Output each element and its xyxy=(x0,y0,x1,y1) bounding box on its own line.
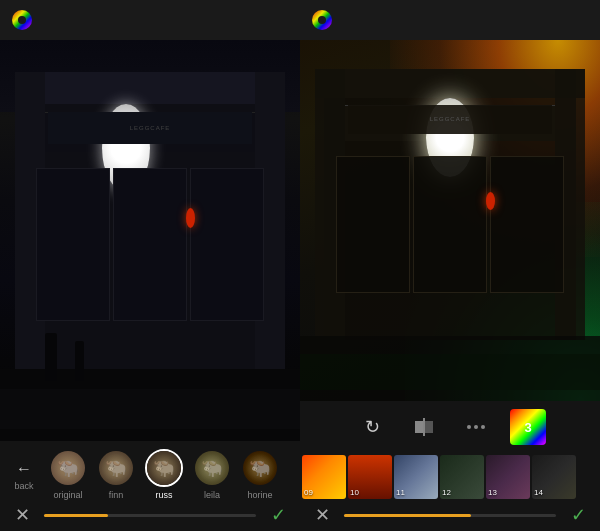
filter-11[interactable]: 11 xyxy=(394,455,438,499)
filter-10[interactable]: 10 xyxy=(348,455,392,499)
filter-13[interactable]: 13 xyxy=(486,455,530,499)
filter-thumb-leila: 🐃 xyxy=(193,449,231,487)
filter-item-original[interactable]: 🐃 original xyxy=(46,449,90,500)
left-image-area: LEGGCAFE xyxy=(0,40,300,441)
left-check-button[interactable]: ✓ xyxy=(266,503,290,527)
left-panel: LEGGCAFE ← back xyxy=(0,0,300,531)
filter-thumb-russ: 🐃 xyxy=(145,449,183,487)
filter-label-leila: leila xyxy=(204,490,220,500)
filter-row: ← back 🐃 original 🐃 finn 🐃 xyxy=(0,449,300,500)
filter-thumb-finn: 🐃 xyxy=(97,449,135,487)
left-bottom-toolbar: ← back 🐃 original 🐃 finn 🐃 xyxy=(0,441,300,531)
filter-item-russ[interactable]: 🐃 russ xyxy=(142,449,186,500)
left-progress-fill xyxy=(44,514,108,517)
filter-12[interactable]: 12 xyxy=(440,455,484,499)
left-progress-bar xyxy=(44,514,256,517)
right-image-area: LEGGCAFE xyxy=(300,40,600,401)
left-top-bar xyxy=(0,0,300,40)
filter-label-original: original xyxy=(53,490,82,500)
filter-thumb-original: 🐃 xyxy=(49,449,87,487)
filter-num-10: 10 xyxy=(350,488,359,497)
svg-point-9 xyxy=(481,425,485,429)
filter-label-horine: horine xyxy=(247,490,272,500)
color-wheel-icon-left xyxy=(10,8,34,32)
filter-label-russ: russ xyxy=(155,490,172,500)
right-progress-fill xyxy=(344,514,471,517)
dots-tool-button[interactable] xyxy=(458,409,494,445)
right-progress-bar xyxy=(344,514,556,517)
filter-item-finn[interactable]: 🐃 finn xyxy=(94,449,138,500)
dots-icon xyxy=(465,416,487,438)
flip-tool-button[interactable] xyxy=(406,409,442,445)
color-number-tool-button[interactable]: 3 xyxy=(510,409,546,445)
filter-thumb-horine: 🐃 xyxy=(241,449,279,487)
right-check-button[interactable]: ✓ xyxy=(566,503,590,527)
right-bottom-controls: ✕ ✓ xyxy=(300,499,600,531)
refresh-tool-button[interactable]: ↻ xyxy=(354,409,390,445)
right-top-bar xyxy=(300,0,600,40)
back-button[interactable]: ← back xyxy=(6,459,42,491)
back-label: back xyxy=(14,481,33,491)
color-wheel-icon-right xyxy=(310,8,334,32)
filter-num-11: 11 xyxy=(396,488,405,497)
filter-09[interactable]: 09 xyxy=(302,455,346,499)
filter-num-12: 12 xyxy=(442,488,451,497)
left-photo-dark: LEGGCAFE xyxy=(0,40,300,441)
back-arrow-icon[interactable]: ← xyxy=(14,459,34,479)
filter-num-09: 09 xyxy=(304,488,313,497)
filter-num-13: 13 xyxy=(488,488,497,497)
filter-scroll-row: 09 10 11 12 13 14 xyxy=(300,451,600,499)
filter-label-finn: finn xyxy=(109,490,124,500)
right-panel: LEGGCAFE ↻ xyxy=(300,0,600,531)
right-cancel-button[interactable]: ✕ xyxy=(310,503,334,527)
svg-point-8 xyxy=(474,425,478,429)
flip-icon xyxy=(413,416,435,438)
svg-rect-5 xyxy=(425,421,433,433)
filter-item-leila[interactable]: 🐃 leila xyxy=(190,449,234,500)
svg-point-7 xyxy=(467,425,471,429)
left-cancel-button[interactable]: ✕ xyxy=(10,503,34,527)
svg-point-3 xyxy=(318,16,326,24)
left-bottom-controls: ✕ ✓ xyxy=(0,503,300,527)
tools-row: ↻ 3 xyxy=(300,401,600,451)
filter-num-14: 14 xyxy=(534,488,543,497)
filter-14[interactable]: 14 xyxy=(532,455,576,499)
svg-rect-4 xyxy=(415,421,423,433)
right-bottom-toolbar: ↻ 3 09 10 xyxy=(300,401,600,531)
filter-item-horine[interactable]: 🐃 horine xyxy=(238,449,282,500)
svg-point-1 xyxy=(18,16,26,24)
